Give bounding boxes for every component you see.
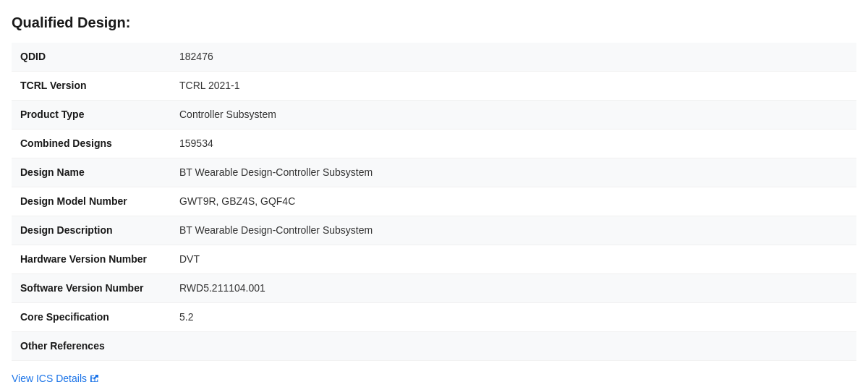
row-value: 5.2 [171,303,856,332]
table-row: Core Specification5.2 [12,303,856,332]
row-value: DVT [171,245,856,274]
row-value: RWD5.211104.001 [171,274,856,303]
table-row: QDID182476 [12,43,856,72]
row-label: QDID [12,43,171,72]
external-link-icon [90,374,99,383]
row-label: Design Name [12,158,171,187]
table-row: Software Version NumberRWD5.211104.001 [12,274,856,303]
row-value: TCRL 2021-1 [171,72,856,101]
row-label: Product Type [12,101,171,130]
view-ics-label: View ICS Details [12,373,87,382]
table-row: Other References [12,332,856,361]
row-value: GWT9R, GBZ4S, GQF4C [171,187,856,216]
row-value [171,332,856,361]
row-value: BT Wearable Design-Controller Subsystem [171,158,856,187]
table-row: Design Model NumberGWT9R, GBZ4S, GQF4C [12,187,856,216]
row-value: 159534 [171,130,856,158]
row-label: Other References [12,332,171,361]
row-label: Combined Designs [12,130,171,158]
row-label: TCRL Version [12,72,171,101]
page-title: Qualified Design: [12,14,856,31]
svg-line-0 [93,375,97,378]
table-row: Design NameBT Wearable Design-Controller… [12,158,856,187]
table-row: Combined Designs159534 [12,130,856,158]
table-row: Design DescriptionBT Wearable Design-Con… [12,216,856,245]
row-label: Design Model Number [12,187,171,216]
row-value: Controller Subsystem [171,101,856,130]
row-value: BT Wearable Design-Controller Subsystem [171,216,856,245]
row-label: Software Version Number [12,274,171,303]
table-row: Product TypeController Subsystem [12,101,856,130]
qualified-design-table: QDID182476TCRL VersionTCRL 2021-1Product… [12,43,856,361]
row-label: Core Specification [12,303,171,332]
row-value: 182476 [171,43,856,72]
row-label: Design Description [12,216,171,245]
row-label: Hardware Version Number [12,245,171,274]
view-ics-link[interactable]: View ICS Details [12,373,99,382]
table-row: Hardware Version NumberDVT [12,245,856,274]
table-row: TCRL VersionTCRL 2021-1 [12,72,856,101]
